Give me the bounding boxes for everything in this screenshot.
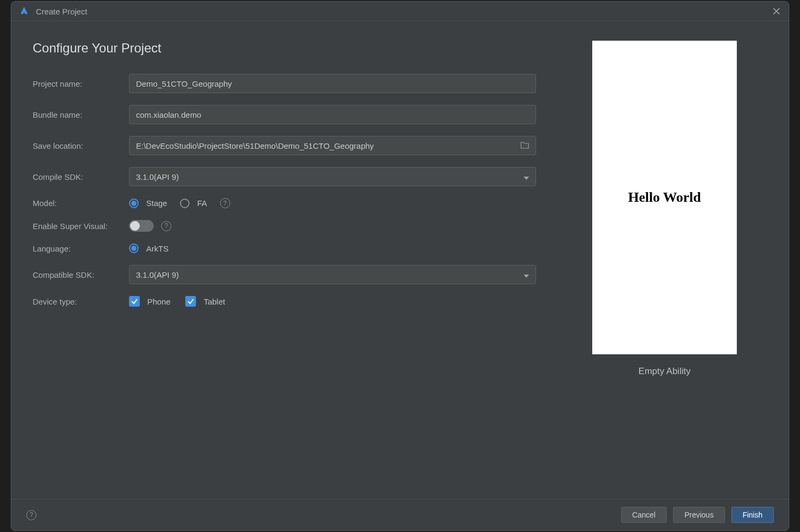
super-visual-toggle[interactable]: [129, 220, 154, 232]
language-arkts-label: ArkTS: [146, 244, 169, 253]
save-location-value: E:\DevEcoStudio\ProjectStore\51Demo\Demo…: [136, 141, 374, 150]
footer-help-icon[interactable]: ?: [26, 510, 36, 520]
page-title: Configure Your Project: [33, 41, 563, 56]
compatible-sdk-select[interactable]: 3.1.0(API 9): [129, 265, 536, 284]
compile-sdk-select[interactable]: 3.1.0(API 9): [129, 167, 536, 186]
phone-checkbox-label: Phone: [147, 297, 170, 306]
close-icon[interactable]: [772, 6, 781, 16]
finish-button[interactable]: Finish: [731, 507, 774, 523]
preview-text: Hello World: [628, 189, 701, 206]
template-preview: Hello World: [592, 41, 737, 354]
save-location-label: Save location:: [33, 141, 129, 150]
compatible-sdk-value: 3.1.0(API 9): [136, 270, 179, 279]
dialog-footer: ? Cancel Previous Finish: [11, 499, 789, 530]
compile-sdk-value: 3.1.0(API 9): [136, 172, 179, 181]
folder-icon[interactable]: [520, 141, 529, 150]
compile-sdk-label: Compile SDK:: [33, 172, 129, 181]
cancel-button[interactable]: Cancel: [621, 507, 667, 523]
chevron-down-icon: [524, 270, 529, 279]
app-logo-icon: [19, 6, 29, 17]
save-location-input[interactable]: E:\DevEcoStudio\ProjectStore\51Demo\Demo…: [129, 136, 536, 155]
chevron-down-icon: [524, 172, 529, 181]
tablet-checkbox[interactable]: [185, 296, 196, 307]
project-name-input[interactable]: [129, 74, 536, 93]
compatible-sdk-label: Compatible SDK:: [33, 270, 129, 279]
super-visual-help-icon[interactable]: ?: [161, 221, 171, 231]
model-fa-label: FA: [197, 199, 207, 208]
template-name: Empty Ability: [638, 366, 690, 377]
bundle-name-input[interactable]: [129, 105, 536, 124]
previous-button[interactable]: Previous: [673, 507, 724, 523]
model-label: Model:: [33, 199, 129, 208]
model-fa-radio[interactable]: [180, 199, 190, 208]
device-type-label: Device type:: [33, 297, 129, 306]
model-stage-label: Stage: [146, 199, 167, 208]
bundle-name-label: Bundle name:: [33, 110, 129, 119]
create-project-dialog: Create Project Configure Your Project Pr…: [11, 1, 789, 531]
project-name-label: Project name:: [33, 79, 129, 88]
language-label: Language:: [33, 244, 129, 253]
model-help-icon[interactable]: ?: [220, 198, 230, 208]
tablet-checkbox-label: Tablet: [203, 297, 225, 306]
window-title: Create Project: [36, 7, 87, 16]
super-visual-label: Enable Super Visual:: [33, 222, 129, 231]
titlebar: Create Project: [11, 2, 789, 21]
phone-checkbox[interactable]: [129, 296, 140, 307]
language-arkts-radio[interactable]: [129, 244, 139, 253]
model-stage-radio[interactable]: [129, 199, 139, 208]
